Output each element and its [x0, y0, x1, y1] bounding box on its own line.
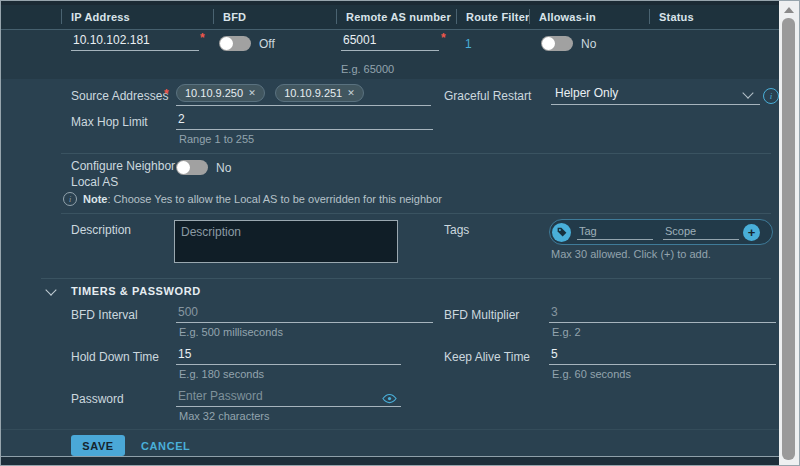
section-chevron-icon[interactable]	[45, 284, 56, 295]
dialog-bottom-edge	[1, 456, 779, 465]
col-header-ip-address[interactable]: IP Address	[71, 11, 130, 23]
bfd-interval-hint: E.g. 500 milliseconds	[179, 326, 283, 338]
max-hop-input[interactable]	[176, 111, 433, 130]
local-as-toggle[interactable]	[176, 160, 208, 175]
ip-address-input[interactable]	[71, 32, 199, 51]
show-password-eye-icon[interactable]	[382, 390, 397, 408]
chevron-down-icon	[742, 87, 753, 98]
header-divider	[649, 9, 650, 24]
tag-icon	[552, 223, 571, 242]
col-header-route-filter[interactable]: Route Filter	[466, 11, 530, 23]
tags-label: Tags	[444, 223, 469, 237]
section-divider	[61, 153, 771, 154]
tag-input[interactable]	[577, 225, 653, 240]
keep-alive-input[interactable]	[549, 346, 776, 365]
footer-divider	[1, 429, 779, 430]
remote-as-input[interactable]	[341, 32, 439, 51]
col-header-bfd[interactable]: BFD	[223, 11, 246, 23]
keep-alive-hint: E.g. 60 seconds	[552, 368, 631, 380]
grid-header: IP Address BFD Remote AS number Route Fi…	[1, 5, 779, 30]
source-addresses-field[interactable]: 10.10.9.250✕ 10.10.9.251✕	[176, 83, 431, 106]
chip-text: 10.10.9.250	[185, 87, 243, 99]
scrollbar-thumb[interactable]	[782, 18, 795, 460]
chip-text: 10.10.9.251	[284, 87, 342, 99]
hold-down-hint: E.g. 180 seconds	[179, 368, 264, 380]
save-button[interactable]: SAVE	[71, 435, 125, 456]
header-divider	[213, 9, 214, 24]
ip-required-marker: *	[200, 31, 205, 45]
hold-down-input[interactable]	[176, 346, 401, 365]
source-address-chip[interactable]: 10.10.9.250✕	[176, 84, 265, 102]
note-text: : Choose Yes to allow the Local AS to be…	[107, 193, 442, 205]
route-filter-link[interactable]: 1	[465, 37, 472, 51]
col-header-allowas-in[interactable]: Allowas-in	[539, 11, 596, 23]
bfd-multiplier-input[interactable]	[549, 304, 776, 323]
max-hop-label: Max Hop Limit	[71, 115, 148, 129]
header-divider	[529, 9, 530, 24]
bfd-multiplier-hint: E.g. 2	[552, 326, 581, 338]
remote-as-hint: E.g. 65000	[341, 63, 394, 75]
scope-input[interactable]	[663, 225, 739, 240]
keep-alive-label: Keep Alive Time	[444, 350, 530, 364]
bfd-toggle-label: Off	[259, 37, 275, 51]
max-hop-hint: Range 1 to 255	[179, 133, 254, 145]
password-hint: Max 32 characters	[179, 410, 269, 422]
tags-hint: Max 30 allowed. Click (+) to add.	[551, 248, 711, 260]
header-divider	[61, 9, 62, 24]
graceful-restart-info-icon[interactable]: i	[763, 88, 779, 104]
add-tag-button[interactable]: +	[743, 224, 760, 241]
password-label: Password	[71, 392, 124, 406]
remote-as-required-marker: *	[441, 31, 446, 45]
header-divider	[456, 9, 457, 24]
graceful-restart-select[interactable]: Helper Only	[551, 85, 760, 105]
toggle-knob	[542, 37, 555, 50]
toggle-knob	[177, 161, 190, 174]
bfd-interval-label: BFD Interval	[71, 308, 138, 322]
bfd-multiplier-label: BFD Multiplier	[444, 308, 519, 322]
local-as-label-line2: Local AS	[71, 175, 118, 189]
bfd-toggle[interactable]	[219, 36, 251, 51]
allowas-in-toggle[interactable]	[541, 36, 573, 51]
graceful-restart-label: Graceful Restart	[444, 89, 531, 103]
local-as-note: i Note: Choose Yes to allow the Local AS…	[63, 192, 442, 206]
graceful-restart-value: Helper Only	[555, 86, 618, 100]
section-divider	[61, 213, 771, 214]
col-header-remote-as[interactable]: Remote AS number	[346, 11, 451, 23]
vertical-scrollbar[interactable]	[779, 1, 799, 465]
description-label: Description	[71, 223, 131, 237]
password-input[interactable]	[176, 388, 401, 407]
local-as-toggle-label: No	[216, 161, 231, 175]
section-divider	[41, 278, 771, 279]
local-as-label-line1: Configure Neighbor	[71, 159, 175, 173]
chip-close-icon[interactable]: ✕	[248, 88, 256, 98]
col-header-status[interactable]: Status	[659, 11, 694, 23]
toggle-knob	[220, 37, 233, 50]
timers-section-title[interactable]: TIMERS & PASSWORD	[71, 285, 201, 297]
chip-close-icon[interactable]: ✕	[347, 88, 355, 98]
tags-widget: +	[549, 219, 773, 245]
allowas-in-toggle-label: No	[581, 37, 596, 51]
description-textarea[interactable]	[174, 220, 398, 263]
note-prefix: Note	[83, 193, 107, 205]
bgp-neighbor-editor: IP Address BFD Remote AS number Route Fi…	[0, 0, 800, 466]
source-address-chip[interactable]: 10.10.9.251✕	[275, 84, 364, 102]
header-divider	[336, 9, 337, 24]
source-addresses-required-marker: *	[164, 87, 169, 101]
source-addresses-label: Source Addresses	[71, 89, 168, 103]
info-icon: i	[63, 192, 77, 206]
bfd-interval-input[interactable]	[176, 304, 433, 323]
scroll-up-arrow-icon[interactable]	[784, 7, 794, 13]
cancel-button[interactable]: CANCEL	[141, 440, 190, 452]
hold-down-label: Hold Down Time	[71, 350, 159, 364]
